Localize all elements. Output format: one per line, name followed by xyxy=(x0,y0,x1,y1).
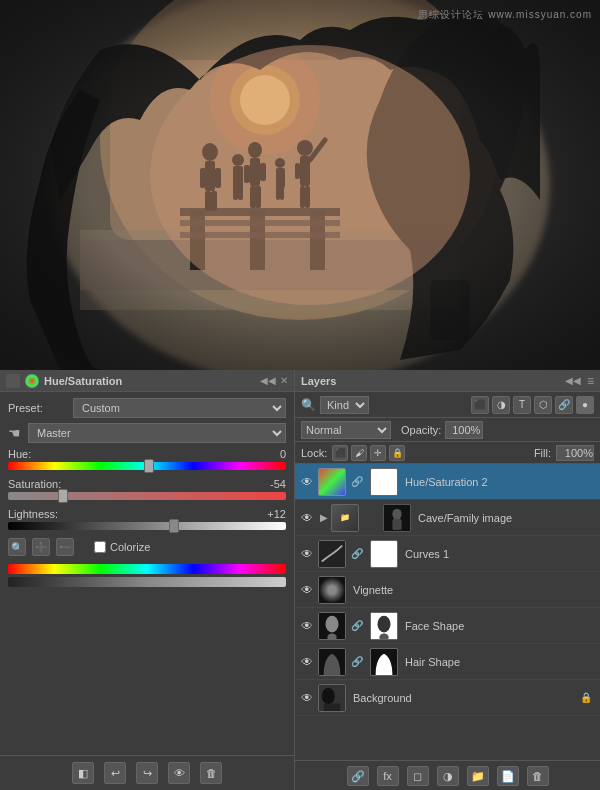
layer-visibility-curves[interactable]: 👁 xyxy=(299,546,315,562)
layer-name-face: Face Shape xyxy=(401,620,596,632)
spectrum-bars xyxy=(8,564,286,587)
layers-menu-icon[interactable]: ≡ xyxy=(587,374,594,388)
lock-icon-bg: 🔒 xyxy=(580,692,596,703)
lock-icons: ⬛ 🖌 ✛ 🔒 xyxy=(332,445,405,461)
blend-mode-select[interactable]: Normal xyxy=(301,421,391,439)
link-icon-hue-sat[interactable]: 🔗 xyxy=(351,476,363,487)
master-row: ☚ Master xyxy=(8,423,286,443)
master-select[interactable]: Master xyxy=(28,423,286,443)
opacity-input[interactable] xyxy=(445,421,483,439)
eyedropper-add-button[interactable]: ➕ xyxy=(32,538,50,556)
properties-icon xyxy=(6,374,20,388)
svg-point-58 xyxy=(322,687,335,704)
layer-name-hue-sat: Hue/Saturation 2 xyxy=(401,476,596,488)
saturation-track[interactable] xyxy=(8,492,286,500)
adjustment-button[interactable]: ◑ xyxy=(437,766,459,786)
layer-item-face[interactable]: 👁 🔗 Face Shape xyxy=(295,608,600,644)
collapse-icon[interactable]: ◀◀ xyxy=(260,375,276,386)
group-arrow-cave[interactable]: ▶ xyxy=(320,512,328,523)
layer-visibility-vignette[interactable]: 👁 xyxy=(299,582,315,598)
opacity-label: Opacity: xyxy=(401,424,441,436)
mask-button[interactable]: ◻ xyxy=(407,766,429,786)
chain-cave xyxy=(362,509,380,527)
eyedropper-sub-button[interactable]: ➖ xyxy=(56,538,74,556)
link-icon-curves[interactable]: 🔗 xyxy=(351,548,363,559)
lightness-thumb[interactable] xyxy=(169,519,179,533)
preset-label: Preset: xyxy=(8,402,73,414)
layer-item-hair[interactable]: 👁 🔗 Hair Shape xyxy=(295,644,600,680)
lock-move-button[interactable]: ✛ xyxy=(370,445,386,461)
layer-mask-hair xyxy=(370,648,398,676)
layer-item-curves[interactable]: 👁 🔗 Curves 1 xyxy=(295,536,600,572)
close-button[interactable]: ✕ xyxy=(280,375,288,386)
saturation-section: Saturation: -54 xyxy=(8,478,286,500)
layer-thumb-cave: 📁 xyxy=(331,504,359,532)
properties-title: Hue/Saturation xyxy=(6,374,122,388)
link-icon-hair[interactable]: 🔗 xyxy=(351,656,363,667)
lock-pixels-button[interactable]: ⬛ xyxy=(332,445,348,461)
history-button[interactable]: ↩ xyxy=(104,762,126,784)
layer-thumb2-cave xyxy=(383,504,411,532)
hue-value: 0 xyxy=(246,448,286,460)
adjustment-icon xyxy=(25,374,39,388)
layer-name-curves: Curves 1 xyxy=(401,548,596,560)
delete-layer-button[interactable]: 🗑 xyxy=(527,766,549,786)
layer-visibility-cave[interactable]: 👁 xyxy=(299,510,315,526)
rainbow-spectrum-bar[interactable] xyxy=(8,564,286,574)
layer-visibility-hair[interactable]: 👁 xyxy=(299,654,315,670)
preset-select[interactable]: Custom xyxy=(73,398,286,418)
watermark-text: 思综设计论坛 www.missyuan.com xyxy=(418,8,592,22)
link-layers-button[interactable]: 🔗 xyxy=(347,766,369,786)
layers-panel: Layers ◀◀ ≡ 🔍 Kind ⬛ ◑ T ⬡ 🔗 ● xyxy=(295,370,600,790)
filter-text-button[interactable]: T xyxy=(513,396,531,414)
layer-visibility-hue-sat[interactable]: 👁 xyxy=(299,474,315,490)
filter-pixel-button[interactable]: ⬛ xyxy=(471,396,489,414)
properties-body: Preset: Custom ☚ Master Hue: 0 xyxy=(0,392,294,755)
layer-mask-face xyxy=(370,612,398,640)
layer-mask-curves xyxy=(370,540,398,568)
undo-button[interactable]: ↪ xyxy=(136,762,158,784)
filter-shape-button[interactable]: ⬡ xyxy=(534,396,552,414)
lock-paint-button[interactable]: 🖌 xyxy=(351,445,367,461)
hand-icon[interactable]: ☚ xyxy=(8,425,28,441)
preset-row: Preset: Custom xyxy=(8,398,286,418)
filter-toggle-button[interactable]: ● xyxy=(576,396,594,414)
clip-button[interactable]: ◧ xyxy=(72,762,94,784)
layers-footer: 🔗 fx ◻ ◑ 📁 📄 🗑 xyxy=(295,760,600,790)
group-button[interactable]: 📁 xyxy=(467,766,489,786)
colorize-checkbox[interactable] xyxy=(94,541,106,553)
saturation-thumb[interactable] xyxy=(58,489,68,503)
filter-adjustment-button[interactable]: ◑ xyxy=(492,396,510,414)
layer-visibility-face[interactable]: 👁 xyxy=(299,618,315,634)
hue-track[interactable] xyxy=(8,462,286,470)
layer-name-vignette: Vignette xyxy=(349,584,596,596)
layer-name-hair: Hair Shape xyxy=(401,656,596,668)
layers-collapse-icon[interactable]: ◀◀ xyxy=(565,375,581,386)
fill-input[interactable] xyxy=(556,445,594,461)
properties-panel-header: Hue/Saturation ◀◀ ✕ xyxy=(0,370,294,392)
lightness-track[interactable] xyxy=(8,522,286,530)
lock-label: Lock: xyxy=(301,447,327,459)
layer-thumb-bg xyxy=(318,684,346,712)
layer-visibility-bg[interactable]: 👁 xyxy=(299,690,315,706)
filter-smart-button[interactable]: 🔗 xyxy=(555,396,573,414)
lightness-label: Lightness: xyxy=(8,508,58,520)
fx-button[interactable]: fx xyxy=(377,766,399,786)
eyedropper-tools: 🔍 ➕ ➖ xyxy=(8,538,74,556)
layer-item-cave-family[interactable]: 👁 ▶ 📁 Cave/Family image xyxy=(295,500,600,536)
layer-item-vignette[interactable]: 👁 Vignette xyxy=(295,572,600,608)
layer-thumb-hair xyxy=(318,648,346,676)
layer-item-hue-sat[interactable]: 👁 🔗 Hue/Saturation 2 xyxy=(295,464,600,500)
visibility-button[interactable]: 👁 xyxy=(168,762,190,784)
new-layer-button[interactable]: 📄 xyxy=(497,766,519,786)
layer-item-background[interactable]: 👁 Background 🔒 xyxy=(295,680,600,716)
lock-all-button[interactable]: 🔒 xyxy=(389,445,405,461)
hue-thumb[interactable] xyxy=(144,459,154,473)
gray-spectrum-bar[interactable] xyxy=(8,577,286,587)
layer-mask-hue-sat xyxy=(370,468,398,496)
link-icon-face[interactable]: 🔗 xyxy=(351,620,363,631)
delete-button[interactable]: 🗑 xyxy=(200,762,222,784)
svg-point-53 xyxy=(378,615,391,632)
kind-select[interactable]: Kind xyxy=(320,396,369,414)
eyedropper-button[interactable]: 🔍 xyxy=(8,538,26,556)
